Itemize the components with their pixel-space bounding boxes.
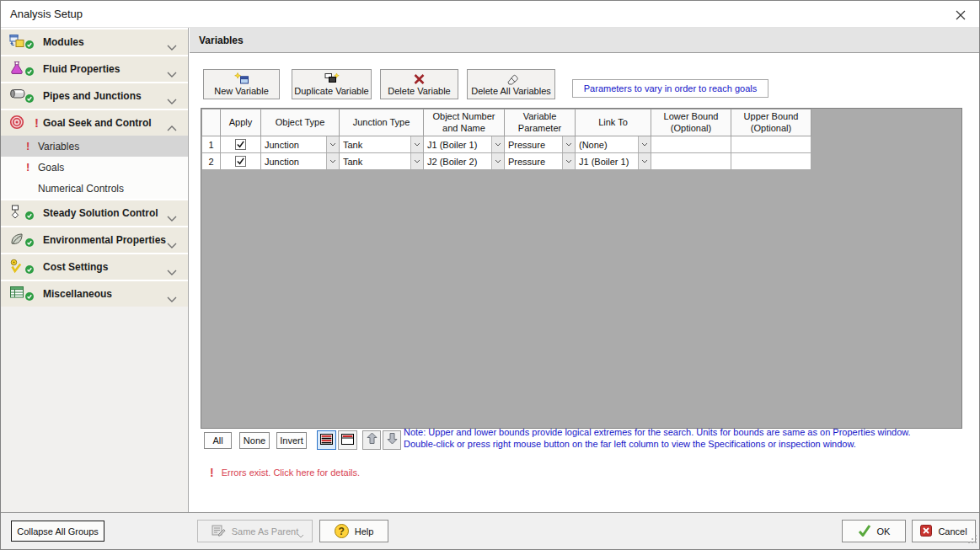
chevron-down-icon	[167, 237, 177, 252]
single-row-icon	[341, 433, 354, 448]
chevron-down-icon[interactable]	[638, 153, 651, 169]
move-down-button[interactable]	[383, 430, 401, 450]
delete-x-icon	[413, 73, 426, 85]
help-icon: ?	[335, 524, 349, 538]
chevron-down-icon[interactable]	[410, 136, 423, 152]
object-type-cell: Junction	[261, 153, 340, 170]
variable-parameter-value[interactable]: Pressure	[505, 136, 562, 152]
ok-button[interactable]: OK	[842, 520, 906, 542]
column-header: Object Type	[261, 109, 340, 136]
object-name-value[interactable]: J1 (Boiler 1)	[424, 136, 491, 152]
sidebar-item-environmental-properties[interactable]: Environmental Properties	[1, 227, 188, 253]
upper-bound-cell[interactable]	[731, 136, 811, 153]
eraser-icon	[503, 73, 519, 85]
button-label: OK	[877, 526, 891, 537]
apply-checkbox[interactable]	[235, 156, 246, 167]
new-variable-button[interactable]: New Variable	[203, 69, 280, 99]
resize-grip[interactable]	[967, 532, 977, 547]
sidebar-item-pipes-and-junctions[interactable]: Pipes and Junctions	[1, 83, 188, 109]
apply-checkbox[interactable]	[235, 139, 246, 150]
sidebar-item-label: Numerical Controls	[38, 183, 124, 195]
chevron-down-icon[interactable]	[326, 153, 339, 169]
variables-table: Apply Object Type Junction Type Object N…	[201, 109, 811, 170]
sidebar-item-label: Miscellaneous	[43, 288, 112, 300]
sidebar-item-miscellaneous[interactable]: Miscellaneous	[1, 281, 188, 307]
note-line-2: Double-click or press right mouse button…	[404, 439, 977, 451]
sidebar-item-cost-settings[interactable]: Cost Settings	[1, 254, 188, 280]
cancel-button[interactable]: Cancel	[912, 520, 976, 542]
chevron-down-icon	[167, 264, 177, 279]
sidebar-item-numerical-controls[interactable]: Numerical Controls	[1, 178, 188, 199]
sidebar-item-fluid-properties[interactable]: Fluid Properties	[1, 56, 188, 82]
sidebar-item-label: Cost Settings	[43, 261, 108, 273]
delete-all-variables-button[interactable]: Delete All Variables	[467, 69, 555, 99]
sidebar-item-label: Steady Solution Control	[43, 207, 158, 219]
delete-variable-button[interactable]: Delete Variable	[380, 69, 458, 99]
row-number-header	[202, 109, 221, 136]
arrow-up-icon	[367, 432, 378, 448]
sidebar-item-variables[interactable]: ! Variables	[1, 136, 188, 157]
row-number[interactable]: 2	[202, 153, 221, 170]
row-number[interactable]: 1	[202, 136, 221, 153]
titlebar: Analysis Setup	[1, 1, 979, 28]
select-all-button[interactable]: All	[204, 432, 232, 449]
price-tag-icon	[9, 259, 31, 275]
junction-type-value[interactable]: Tank	[340, 136, 410, 152]
upper-bound-cell[interactable]	[731, 153, 811, 170]
junction-type-value[interactable]: Tank	[340, 153, 410, 169]
column-header: Upper Bound (Optional)	[731, 109, 811, 136]
error-exclaim-icon: !	[26, 140, 37, 152]
chevron-down-icon	[167, 39, 177, 54]
chevron-down-icon	[167, 210, 177, 225]
flask-icon	[9, 61, 31, 77]
invert-selection-button[interactable]: Invert	[276, 432, 307, 449]
link-to-value[interactable]: (None)	[576, 136, 638, 152]
column-header: Variable Parameter	[505, 109, 576, 136]
chevron-down-icon[interactable]	[491, 153, 504, 169]
chevron-down-icon[interactable]	[491, 136, 504, 152]
chevron-down-icon[interactable]	[638, 136, 651, 152]
variable-parameter-cell: Pressure	[505, 136, 576, 153]
chevron-down-icon[interactable]	[326, 136, 339, 152]
select-none-button[interactable]: None	[239, 432, 270, 449]
object-name-value[interactable]: J2 (Boiler 2)	[424, 153, 491, 169]
error-exclaim-icon: !	[35, 115, 39, 130]
same-as-parent-button[interactable]: Same As Parent	[197, 520, 313, 542]
modules-icon	[9, 34, 31, 51]
move-up-button[interactable]	[362, 430, 381, 450]
variable-parameter-cell: Pressure	[505, 153, 576, 170]
object-type-value[interactable]: Junction	[261, 153, 326, 169]
link-to-cell: (None)	[576, 136, 651, 153]
show-all-rows-toggle[interactable]	[317, 430, 336, 450]
help-button[interactable]: ? Help	[319, 520, 388, 542]
sidebar-item-label: Fluid Properties	[43, 63, 120, 75]
chevron-down-icon[interactable]	[410, 153, 423, 169]
lower-bound-cell[interactable]	[651, 153, 731, 170]
apply-cell	[221, 153, 261, 170]
junction-type-cell: Tank	[340, 136, 424, 153]
sidebar-item-steady-solution-control[interactable]: Steady Solution Control	[1, 200, 188, 226]
analysis-setup-window: Analysis Setup Modules	[0, 0, 980, 550]
button-label: Help	[355, 526, 374, 537]
page-title: Variables	[199, 35, 244, 46]
sidebar-item-goals[interactable]: ! Goals	[1, 157, 188, 178]
close-icon[interactable]	[952, 7, 969, 24]
apply-cell	[221, 136, 261, 153]
chevron-up-icon	[167, 120, 177, 135]
object-type-value[interactable]: Junction	[261, 136, 326, 152]
lower-bound-cell[interactable]	[651, 136, 731, 153]
collapse-all-groups-button[interactable]: Collapse All Groups	[11, 521, 104, 542]
sidebar-item-modules[interactable]: Modules	[1, 29, 188, 55]
object-type-cell: Junction	[261, 136, 340, 153]
single-row-toggle[interactable]	[338, 430, 357, 450]
chevron-down-icon	[167, 66, 177, 81]
link-to-cell: J1 (Boiler 1)	[576, 153, 651, 170]
variable-parameter-value[interactable]: Pressure	[505, 153, 562, 169]
sidebar-item-goal-seek-and-control[interactable]: ! Goal Seek and Control	[1, 110, 188, 136]
chevron-down-icon[interactable]	[562, 136, 575, 152]
chevron-down-icon[interactable]	[562, 153, 575, 169]
duplicate-variable-button[interactable]: Duplicate Variable	[292, 69, 372, 99]
errors-link[interactable]: ! Errors exist. Click here for details.	[210, 466, 360, 479]
button-label: Cancel	[938, 526, 967, 537]
link-to-value[interactable]: J1 (Boiler 1)	[576, 153, 638, 169]
